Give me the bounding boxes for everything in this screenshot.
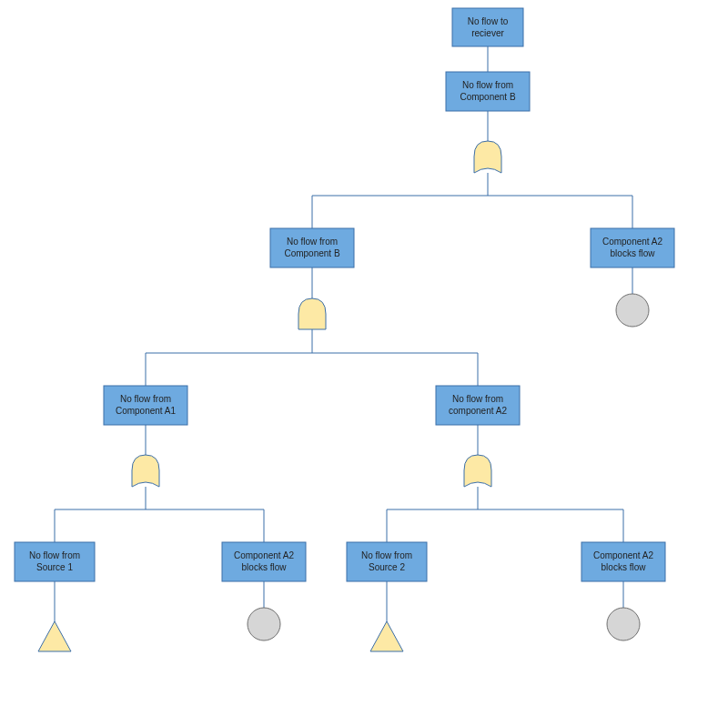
basic-event-icon — [248, 608, 280, 640]
text: blocks flow — [602, 562, 647, 572]
event-box-a2blocks-mid: Component A2 blocks flow — [222, 542, 306, 581]
text: Source 2 — [369, 562, 405, 572]
svg-rect-0 — [452, 8, 523, 46]
svg-text:Component A2: Component A2 — [234, 550, 295, 560]
svg-text:blocks flow: blocks flow — [611, 248, 656, 258]
text: blocks flow — [242, 562, 288, 572]
event-box-compA1: No flow from Component A1 — [104, 386, 187, 425]
triangle-icon — [370, 621, 403, 651]
svg-text:No flow from: No flow from — [120, 394, 171, 404]
event-box-top: No flow to reciever — [452, 8, 523, 46]
text: No flow from — [462, 80, 513, 90]
event-box-compA2: No flow from component A2 — [436, 386, 520, 425]
svg-text:reciever: reciever — [471, 28, 504, 38]
svg-text:No flow from: No flow from — [287, 237, 338, 247]
svg-text:Source 2: Source 2 — [369, 562, 405, 572]
event-box-compB1: No flow from Component B — [446, 72, 530, 111]
svg-text:component A2: component A2 — [449, 406, 507, 416]
text: No flow from — [452, 394, 503, 404]
text: blocks flow — [611, 248, 656, 258]
svg-text:No flow from: No flow from — [452, 394, 503, 404]
text: No flow from — [361, 550, 412, 560]
text: Component A1 — [116, 406, 177, 416]
text: reciever — [471, 28, 504, 38]
svg-text:No flow from: No flow from — [29, 550, 80, 560]
text: Component B — [284, 248, 339, 258]
event-box-src2: No flow from Source 2 — [347, 542, 427, 581]
svg-text:No flow from: No flow from — [361, 550, 412, 560]
text: No flow from — [120, 394, 171, 404]
svg-text:No flow from: No flow from — [462, 80, 513, 90]
basic-event-icon — [607, 608, 640, 640]
text: No flow from — [287, 237, 338, 247]
svg-text:Component B: Component B — [284, 248, 339, 258]
text: Component A2 — [602, 237, 663, 247]
and-gate-icon — [298, 298, 326, 329]
event-box-compB2: No flow from Component B — [270, 228, 354, 267]
fault-tree-diagram: No flow to reciever No flow from Compone… — [0, 0, 728, 716]
text: Source 1 — [36, 562, 73, 572]
text: Component A2 — [593, 550, 654, 560]
or-gate-icon — [464, 455, 491, 487]
event-box-a2blocks-right: Component A2 blocks flow — [591, 228, 674, 267]
svg-text:Component B: Component B — [460, 92, 515, 102]
basic-event-icon — [616, 294, 649, 327]
text: No flow to — [468, 16, 509, 26]
triangle-icon — [38, 621, 71, 651]
text: No flow from — [29, 550, 80, 560]
svg-text:blocks flow: blocks flow — [242, 562, 288, 572]
svg-text:No flow to: No flow to — [468, 16, 509, 26]
or-gate-icon — [132, 455, 159, 487]
svg-text:Component A2: Component A2 — [602, 237, 663, 247]
text: Component B — [460, 92, 515, 102]
svg-text:Component A2: Component A2 — [593, 550, 654, 560]
event-box-src1: No flow from Source 1 — [15, 542, 95, 581]
text: Component A2 — [234, 550, 295, 560]
svg-text:Source 1: Source 1 — [36, 562, 73, 572]
text: component A2 — [449, 406, 507, 416]
or-gate-icon — [474, 141, 501, 173]
svg-text:Component A1: Component A1 — [116, 406, 177, 416]
svg-text:blocks flow: blocks flow — [602, 562, 647, 572]
event-box-a2blocks-right2: Component A2 blocks flow — [581, 542, 665, 581]
